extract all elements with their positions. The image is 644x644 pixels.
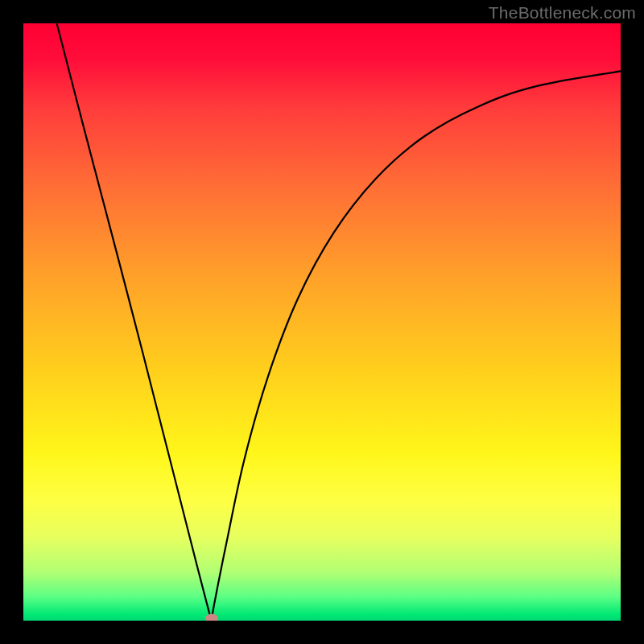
minimum-marker [205, 614, 218, 621]
curve-svg [23, 23, 621, 621]
curve-right [212, 71, 621, 621]
chart-frame: TheBottleneck.com [0, 0, 644, 644]
curve-left [57, 23, 212, 621]
plot-area [23, 23, 621, 621]
watermark: TheBottleneck.com [489, 3, 636, 23]
